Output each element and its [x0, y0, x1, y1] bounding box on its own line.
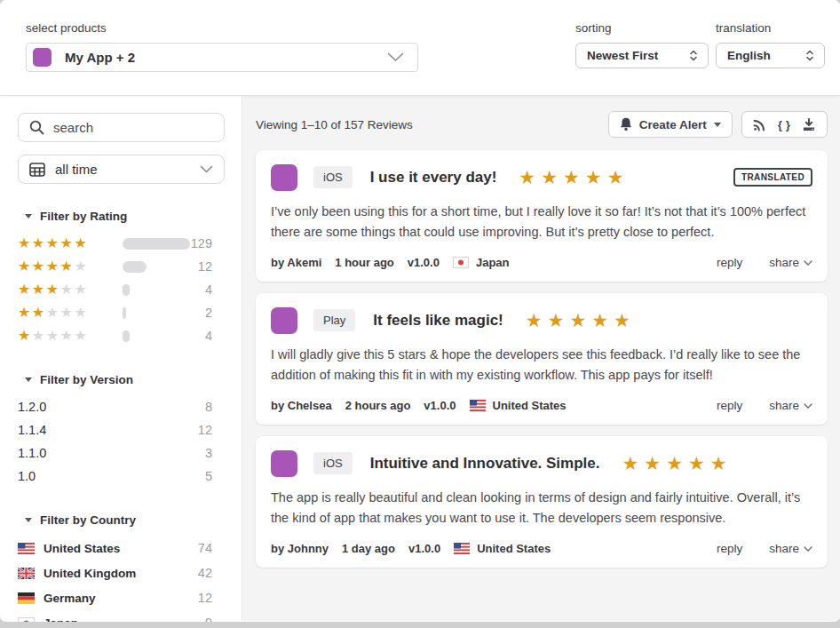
country-label: Japan: [44, 616, 78, 623]
review-card: iOS Intuitive and Innovative. Simple. ★★…: [256, 436, 828, 568]
us-flag-icon: [454, 543, 470, 554]
chevron-down-icon: [387, 52, 404, 62]
share-link[interactable]: share: [769, 256, 812, 269]
review-time: 1 hour ago: [335, 256, 393, 269]
country-label: Germany: [44, 592, 96, 605]
platform-badge: iOS: [313, 452, 353, 474]
translation-select-value: English: [727, 49, 771, 62]
rating-count: 4: [205, 282, 212, 297]
sorting-select[interactable]: Newest First: [575, 43, 709, 68]
country-filter-row-de[interactable]: Germany 12: [18, 585, 212, 610]
reply-link[interactable]: reply: [717, 542, 742, 555]
select-products-label: select products: [26, 21, 418, 35]
chevron-down-icon: [804, 403, 812, 409]
country-count: 12: [198, 591, 212, 605]
review-title: Intuitive and Innovative. Simple.: [370, 455, 600, 473]
search-input[interactable]: [53, 120, 213, 135]
translated-badge: TRANSLATED: [733, 168, 812, 187]
version-filter-row[interactable]: 1.1.0 3: [18, 441, 212, 465]
star-rating-icons: ★★★★★: [526, 311, 636, 330]
rating-filter-title: Filter by Rating: [40, 210, 127, 223]
app-window: select products My App + 2 sorting Newes…: [0, 0, 840, 622]
app-avatar: [271, 450, 297, 477]
star-rating-icons: ★★★★★: [18, 259, 123, 274]
country-label: United States: [44, 542, 120, 555]
translation-label: translation: [716, 21, 825, 35]
rating-filter-row-5[interactable]: ★★★★★ 129: [18, 232, 212, 255]
product-color-swatch: [33, 48, 52, 67]
top-bar: select products My App + 2 sorting Newes…: [0, 0, 840, 96]
review-body: I’ve only been using this for a short ti…: [271, 202, 812, 242]
rating-filter-header[interactable]: Filter by Rating: [25, 210, 212, 223]
japan-flag-icon: [18, 617, 35, 623]
japan-flag-icon: [453, 257, 469, 268]
country-filter-row-jp[interactable]: Japan 9: [18, 610, 212, 622]
version-filter-title: Filter by Version: [40, 373, 133, 386]
app-avatar: [271, 307, 297, 334]
reply-link[interactable]: reply: [717, 256, 742, 269]
review-body: I will gladly give this 5 stars & hope t…: [271, 345, 812, 386]
collapse-triangle-icon: [25, 378, 32, 382]
country-filter-title: Filter by Country: [40, 513, 136, 527]
germany-flag-icon: [18, 592, 35, 604]
version-label: 1.1.0: [18, 446, 46, 460]
rss-feed-icon[interactable]: [753, 118, 766, 131]
version-filter-row[interactable]: 1.0 5: [18, 465, 212, 488]
chevron-down-icon: [804, 260, 812, 266]
share-label: share: [769, 256, 799, 269]
rating-filter-row-3[interactable]: ★★★★★ 4: [18, 278, 212, 301]
rating-count: 129: [191, 236, 212, 250]
country-filter-header[interactable]: Filter by Country: [25, 513, 212, 527]
sorting-label: sorting: [575, 21, 709, 35]
sorting-select-value: Newest First: [587, 49, 658, 62]
review-time: 2 hours ago: [345, 399, 411, 412]
rating-count: 12: [198, 259, 212, 274]
product-selector[interactable]: My App + 2: [26, 43, 418, 72]
bell-icon: [620, 117, 632, 131]
calendar-icon: [29, 162, 45, 177]
version-count: 8: [205, 400, 212, 414]
rating-count: 2: [205, 306, 212, 320]
create-alert-button[interactable]: Create Alert: [608, 111, 733, 138]
rating-filter-row-1[interactable]: ★★★★★ 4: [18, 324, 212, 347]
rating-filter-row-4[interactable]: ★★★★★ 12: [18, 255, 212, 278]
country-count: 9: [205, 616, 212, 622]
us-flag-icon: [18, 543, 35, 554]
create-alert-label: Create Alert: [639, 118, 707, 131]
download-csv-icon[interactable]: [802, 118, 816, 131]
share-label: share: [769, 399, 799, 412]
time-filter-select[interactable]: all time: [18, 155, 225, 184]
review-country: United States: [493, 399, 567, 412]
select-arrows-icon: [804, 49, 816, 62]
caret-down-icon: [714, 123, 721, 127]
star-rating-icons: ★★★★★: [18, 236, 123, 250]
rating-bar: [123, 284, 190, 296]
version-filter-row[interactable]: 1.2.0 8: [18, 395, 212, 418]
share-link[interactable]: share: [769, 399, 812, 412]
review-title: It feels like magic!: [373, 312, 503, 330]
review-version: v1.0.0: [408, 542, 440, 555]
version-count: 12: [198, 423, 212, 437]
country-filter-row-us[interactable]: United States 74: [18, 536, 212, 560]
version-count: 5: [205, 469, 212, 483]
country-filter-row-gb[interactable]: United Kingdom 42: [18, 560, 212, 585]
version-filter-row[interactable]: 1.1.4 12: [18, 418, 212, 441]
star-rating-icons: ★★★★★: [18, 306, 123, 320]
rating-filter-row-2[interactable]: ★★★★★ 2: [18, 301, 212, 324]
review-title: I use it every day!: [370, 169, 497, 187]
platform-badge: Play: [313, 309, 355, 331]
star-rating-icons: ★★★★★: [18, 282, 123, 297]
search-box: [18, 113, 225, 142]
rating-bar: [123, 330, 190, 342]
sorting-block: sorting Newest First: [575, 21, 709, 68]
reply-link[interactable]: reply: [717, 399, 742, 412]
review-version: v1.0.0: [408, 256, 440, 269]
share-link[interactable]: share: [769, 542, 812, 555]
translation-select[interactable]: English: [716, 43, 825, 68]
review-card: Play It feels like magic! ★★★★★ I will g…: [256, 293, 828, 425]
json-export-icon[interactable]: { }: [778, 118, 790, 131]
version-filter-header[interactable]: Filter by Version: [25, 373, 212, 386]
time-filter-value: all time: [55, 162, 200, 177]
select-products-block: select products My App + 2: [26, 21, 418, 72]
country-count: 74: [198, 541, 212, 555]
